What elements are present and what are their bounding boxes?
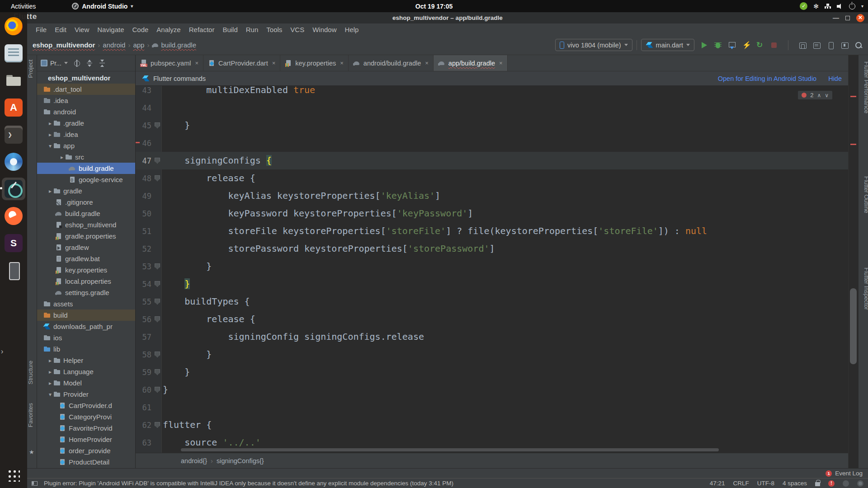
run-config-selector[interactable]: main.dart xyxy=(641,39,694,51)
tree-item-key-properties[interactable]: key.properties xyxy=(37,264,135,276)
close-tab-icon[interactable]: × xyxy=(499,60,503,66)
tree-item-local-properties[interactable]: local.properties xyxy=(37,276,135,287)
tool-button-structure[interactable]: Structure xyxy=(27,361,37,385)
fold-marker-icon[interactable] xyxy=(155,281,160,287)
tool-button-favorites[interactable]: Favorites xyxy=(27,403,37,427)
plugin-error-icon[interactable]: ! xyxy=(828,480,835,487)
line-number[interactable]: 55 xyxy=(136,297,154,306)
menu-view[interactable]: View xyxy=(71,26,93,33)
device-selector[interactable]: vivo 1804 (mobile) xyxy=(555,39,632,51)
run-button[interactable] xyxy=(700,41,708,49)
menu-vcs[interactable]: VCS xyxy=(286,26,308,33)
tree-item-build-gradle[interactable]: build.gradle xyxy=(37,163,135,174)
fold-marker-icon[interactable] xyxy=(155,352,160,357)
editor-tab-app-build-gradle[interactable]: app/build.gradle× xyxy=(434,55,508,71)
tree-item--gradle[interactable]: ▸.gradle xyxy=(37,117,135,129)
line-number[interactable]: 49 xyxy=(136,192,154,201)
line-number[interactable]: 63 xyxy=(136,438,154,447)
line-number[interactable]: 44 xyxy=(136,103,154,113)
line-number[interactable]: 60 xyxy=(136,385,154,394)
menu-file[interactable]: File xyxy=(32,26,51,33)
menu-edit[interactable]: Edit xyxy=(51,26,71,33)
breadcrumb-item[interactable]: android xyxy=(103,41,125,49)
code-text[interactable]: } xyxy=(163,258,212,275)
fold-marker-icon[interactable] xyxy=(155,387,160,393)
code-text[interactable]: } xyxy=(163,275,190,293)
code-line-48[interactable]: 48 release { xyxy=(136,169,848,187)
code-editor[interactable]: 43 multiDexEnabled true4445 }4647 signin… xyxy=(136,86,848,453)
tool-button-flutter-performance[interactable]: Flutter Performance xyxy=(860,61,868,113)
code-text[interactable]: storePassword keystoreProperties['storeP… xyxy=(163,240,495,258)
code-line-57[interactable]: 57 signingConfig signingConfigs.release xyxy=(136,328,848,346)
device-manager-button[interactable] xyxy=(826,41,835,49)
code-line-56[interactable]: 56 release { xyxy=(136,310,848,328)
code-line-58[interactable]: 58 } xyxy=(136,346,848,363)
editor-breadcrumb-item[interactable]: android{} xyxy=(181,457,207,465)
menu-build[interactable]: Build xyxy=(218,26,241,33)
readonly-lock-icon[interactable] xyxy=(815,482,820,486)
expand-all-button[interactable] xyxy=(86,60,93,67)
line-number[interactable]: 53 xyxy=(136,262,154,271)
close-button[interactable]: ✕ xyxy=(856,14,864,22)
event-log-button[interactable]: 1 Event Log xyxy=(826,470,863,477)
code-line-47[interactable]: 47 signingConfigs { xyxy=(136,152,848,169)
menu-tools[interactable]: Tools xyxy=(262,26,286,33)
hot-restart-button[interactable] xyxy=(756,41,764,49)
chevron-collapsed-icon[interactable]: ▸ xyxy=(47,357,53,364)
code-text[interactable]: buildTypes { xyxy=(163,293,250,310)
close-tab-icon[interactable]: × xyxy=(425,60,429,66)
chevron-collapsed-icon[interactable]: ▸ xyxy=(47,131,53,138)
breadcrumb-item[interactable]: build.gradle xyxy=(152,41,196,49)
show-applications-button[interactable] xyxy=(5,466,23,484)
line-number[interactable]: 61 xyxy=(136,403,154,412)
menu-help[interactable]: Help xyxy=(341,26,363,33)
tree-item-order-provide[interactable]: order_provide xyxy=(37,445,135,456)
tree-item--dart-tool[interactable]: .dart_tool xyxy=(37,84,135,95)
code-text[interactable]: } xyxy=(163,381,168,399)
tree-item--gitignore[interactable]: .gitignore xyxy=(37,197,135,208)
menu-run[interactable]: Run xyxy=(242,26,263,33)
chevron-expanded-icon[interactable]: ▾ xyxy=(47,391,53,398)
input-method-icon[interactable]: ✻ xyxy=(813,3,819,10)
code-line-55[interactable]: 55 buildTypes { xyxy=(136,293,848,310)
code-text[interactable]: storeFile keystoreProperties['storeFile'… xyxy=(163,222,707,240)
tree-item-settings-gradle[interactable]: settings.gradle xyxy=(37,287,135,298)
dock-item-android-studio[interactable] xyxy=(2,178,25,200)
editor-tab-android-build-gradle[interactable]: android/build.gradle× xyxy=(349,55,434,71)
tree-item-model[interactable]: ▸Model xyxy=(37,377,135,389)
menu-window[interactable]: Window xyxy=(308,26,340,33)
tree-item--idea[interactable]: ▸.idea xyxy=(37,129,135,140)
tree-item-productdetail[interactable]: ProductDetail xyxy=(37,456,135,468)
dock-item-firefox[interactable] xyxy=(2,15,25,38)
tree-item-assets[interactable]: assets xyxy=(37,298,135,310)
menu-navigate[interactable]: Navigate xyxy=(93,26,128,33)
tree-item-gradle[interactable]: ▸gradle xyxy=(37,185,135,197)
editor-tab-key-properties[interactable]: key.properties× xyxy=(280,55,349,71)
dock-item-terminal[interactable] xyxy=(2,123,25,146)
code-line-53[interactable]: 53 } xyxy=(136,258,848,275)
tree-item-homeprovider[interactable]: HomeProvider xyxy=(37,434,135,445)
dock-item-postman[interactable] xyxy=(2,205,25,227)
fold-marker-icon[interactable] xyxy=(155,316,160,322)
dock-item-slack[interactable] xyxy=(2,232,25,254)
code-line-59[interactable]: 59 } xyxy=(136,363,848,381)
line-number[interactable]: 47 xyxy=(136,156,154,165)
tree-item--idea[interactable]: .idea xyxy=(37,95,135,106)
system-menu-chevron-icon[interactable]: ▾ xyxy=(861,4,863,9)
editor-tab-pubspec-yaml[interactable]: pubspec.yaml× xyxy=(136,55,203,71)
fold-marker-icon[interactable] xyxy=(155,422,160,428)
code-text[interactable]: } xyxy=(163,346,212,363)
tree-item-helper[interactable]: ▸Helper xyxy=(37,355,135,366)
code-line-51[interactable]: 51 storeFile keystoreProperties['storeFi… xyxy=(136,222,848,240)
close-tab-icon[interactable]: × xyxy=(340,60,344,66)
tree-item-src[interactable]: ▸src xyxy=(37,151,135,163)
chevron-collapsed-icon[interactable]: ▸ xyxy=(47,380,53,386)
code-line-60[interactable]: 60} xyxy=(136,381,848,399)
window-title-bar[interactable]: eshop_multivendor – app/build.gradle — ✕ xyxy=(27,12,868,23)
dock-page-arrow-icon[interactable]: › xyxy=(1,347,3,356)
error-stripe-mark[interactable] xyxy=(850,96,856,97)
tool-button-flutter-inspector[interactable]: Flutter Inspector xyxy=(860,267,868,310)
device-file-explorer-button[interactable] xyxy=(798,41,807,49)
project-view-selector[interactable]: Pr... xyxy=(41,60,68,67)
tree-item-cartprovider-d[interactable]: CartProvider.d xyxy=(37,400,135,411)
